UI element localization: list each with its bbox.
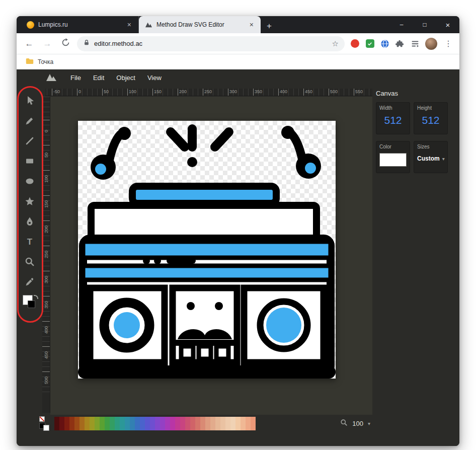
workspace[interactable] (50, 97, 372, 415)
url-text[interactable]: editor.method.ac (94, 40, 328, 47)
ruler-label: 50 (102, 89, 127, 96)
address-bar[interactable]: editor.method.ac ☆ (77, 36, 345, 51)
palette-swatch[interactable] (59, 417, 64, 430)
pencil-tool[interactable] (18, 111, 41, 131)
palette-swatch[interactable] (160, 417, 165, 430)
palette-swatch[interactable] (85, 417, 90, 430)
ellipse-tool[interactable] (18, 171, 41, 191)
palette-swatch[interactable] (100, 417, 105, 430)
menu-file[interactable]: File (65, 71, 87, 84)
close-button[interactable]: × (436, 16, 459, 33)
profile-avatar[interactable] (425, 38, 437, 50)
canvas-properties-panel: Canvas Width 512 Height 512 Color Sizes (375, 87, 459, 446)
palette-swatch[interactable] (140, 417, 145, 430)
palette-swatch[interactable] (165, 417, 170, 430)
palette-swatch[interactable] (215, 417, 220, 430)
minimize-button[interactable]: – (390, 16, 413, 33)
palette-swatch[interactable] (64, 417, 69, 430)
palette-swatch[interactable] (54, 417, 59, 430)
menu-edit[interactable]: Edit (88, 71, 110, 84)
maximize-button[interactable]: □ (413, 16, 436, 33)
palette-swatch[interactable] (95, 417, 100, 430)
star-tool[interactable] (18, 191, 41, 211)
palette-swatch[interactable] (69, 417, 74, 430)
palette-swatch[interactable] (205, 417, 210, 430)
menu-object[interactable]: Object (111, 71, 141, 84)
palette-swatch[interactable] (150, 417, 155, 430)
height-value[interactable]: 512 (417, 114, 444, 126)
extensions-puzzle-icon[interactable] (395, 39, 405, 49)
palette-swatch[interactable] (200, 417, 205, 430)
height-box: Height 512 (414, 102, 448, 134)
palette-swatch[interactable] (135, 417, 140, 430)
line-tool[interactable] (18, 131, 41, 151)
text-tool[interactable]: T (18, 232, 41, 252)
bookmark-item[interactable]: Точка (38, 58, 53, 65)
swap-colors-icon[interactable] (34, 295, 38, 299)
ruler-label: 350 (253, 89, 278, 96)
extension-vpn-globe-icon[interactable] (380, 39, 390, 49)
tab-lumpics[interactable]: Lumpics.ru × (21, 16, 139, 33)
new-tab-button[interactable]: + (261, 19, 278, 33)
reading-list-icon[interactable] (410, 39, 420, 49)
white-color-swatch[interactable] (43, 425, 49, 431)
extension-antivirus-icon[interactable] (365, 39, 375, 49)
extension-adblock-icon[interactable] (350, 39, 360, 49)
fill-stroke-colors[interactable] (18, 292, 41, 314)
boombox-artwork (78, 121, 336, 379)
browser-menu-icon[interactable]: ⋮ (442, 39, 454, 48)
palette-swatch[interactable] (125, 417, 130, 430)
palette-swatch[interactable] (230, 417, 235, 430)
ruler-label: 150 (42, 195, 50, 220)
palette-swatch[interactable] (251, 417, 256, 430)
palette-swatch[interactable] (145, 417, 150, 430)
palette-swatch[interactable] (185, 417, 190, 430)
svg-canvas[interactable] (78, 121, 336, 379)
palette-swatch[interactable] (241, 417, 246, 430)
menu-view[interactable]: View (142, 71, 167, 84)
caret-down-icon: ▾ (442, 156, 445, 162)
select-tool[interactable] (18, 91, 41, 111)
palette-swatch[interactable] (195, 417, 200, 430)
palette-swatch[interactable] (110, 417, 115, 430)
stroke-color-swatch[interactable] (28, 301, 35, 308)
current-colors (39, 416, 52, 431)
palette-swatch[interactable] (130, 417, 135, 430)
back-button[interactable]: ← (23, 39, 36, 49)
width-value[interactable]: 512 (379, 114, 407, 126)
sizes-value: Custom (417, 155, 440, 162)
tab-method-draw[interactable]: Method Draw SVG Editor × (139, 16, 261, 33)
palette-swatch[interactable] (105, 417, 110, 430)
palette-swatch[interactable] (175, 417, 180, 430)
sizes-dropdown[interactable]: Custom ▾ (417, 155, 444, 162)
palette-swatch[interactable] (120, 417, 125, 430)
rectangle-tool[interactable] (18, 151, 41, 171)
palette-swatch[interactable] (235, 417, 241, 430)
tab-close-icon[interactable]: × (248, 20, 256, 29)
tab-close-icon[interactable]: × (125, 20, 133, 29)
palette-swatch[interactable] (90, 417, 95, 430)
palette-swatch[interactable] (170, 417, 175, 430)
lock-icon (83, 39, 90, 48)
forward-button[interactable]: → (41, 39, 54, 49)
palette-swatch[interactable] (225, 417, 230, 430)
path-tool[interactable] (18, 211, 41, 232)
palette-swatch[interactable] (180, 417, 185, 430)
palette-swatch[interactable] (246, 417, 251, 430)
palette-swatch[interactable] (80, 417, 85, 430)
zoom-value[interactable]: 100 (352, 420, 363, 427)
palette-swatch[interactable] (155, 417, 160, 430)
bookmark-star-icon[interactable]: ☆ (332, 39, 339, 48)
eyedropper-tool[interactable] (18, 272, 41, 292)
zoom-control[interactable]: 100 ▾ (340, 419, 370, 428)
palette-swatch[interactable] (210, 417, 215, 430)
palette-swatch[interactable] (190, 417, 195, 430)
palette-swatch[interactable] (115, 417, 120, 430)
palette-swatch[interactable] (74, 417, 80, 430)
reload-button[interactable] (59, 38, 72, 49)
none-color-swatch[interactable] (39, 416, 45, 422)
canvas-color-swatch[interactable] (379, 153, 407, 167)
palette-swatch[interactable] (220, 417, 225, 430)
zoom-tool[interactable] (18, 252, 41, 272)
zoom-caret-icon[interactable]: ▾ (368, 421, 370, 426)
